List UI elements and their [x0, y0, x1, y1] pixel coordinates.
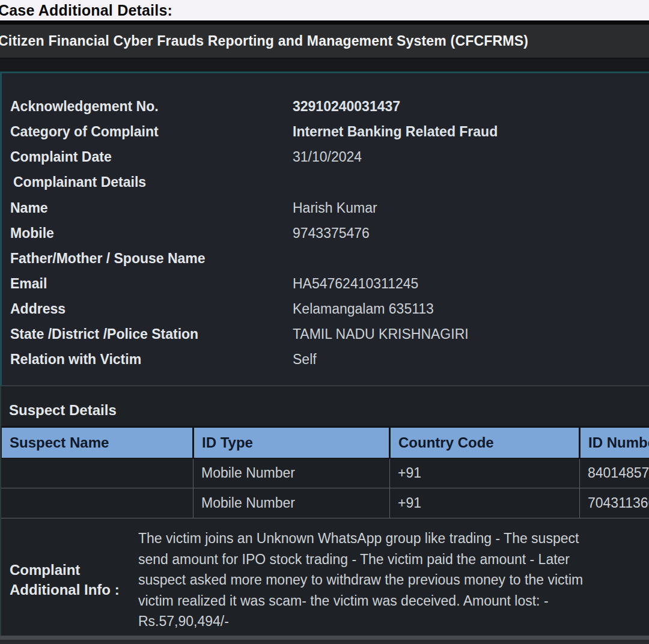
- field-row-father-mother-spouse-name: Father/Mother / Spouse Name: [10, 251, 649, 267]
- complaint-label-line2: Additional Info :: [10, 580, 138, 600]
- field-label: Name: [10, 200, 293, 216]
- field-label: Address: [10, 301, 293, 317]
- field-label: Mobile: [10, 225, 293, 242]
- field-label: Acknowledgement No.: [10, 99, 293, 115]
- top-divider: [0, 20, 649, 25]
- field-value: HA54762410311245: [293, 276, 418, 292]
- field-value: 32910240031437: [293, 99, 400, 115]
- field-row-complaint-date: Complaint Date 31/10/2024: [10, 149, 649, 165]
- complaint-text-line: send amount for IPO stock trading - The …: [138, 549, 649, 570]
- case-details-panel: Acknowledgement No. 32910240031437 Categ…: [0, 71, 649, 386]
- field-row-mobile: Mobile 9743375476: [10, 225, 649, 242]
- section-heading-complainant-details: Complainant Details: [10, 174, 649, 190]
- column-header-country-code: Country Code: [390, 427, 580, 458]
- suspect-table-wrapper: Suspect Name ID Type Country Code ID Num…: [0, 426, 649, 518]
- complaint-additional-info-block: Complaint Additional Info : The victim j…: [0, 528, 649, 632]
- table-row: Mobile Number +91 8401485744: [1, 458, 649, 488]
- complaint-text-line: Rs.57,90,494/-: [138, 611, 649, 632]
- field-row-category-of-complaint: Category of Complaint Internet Banking R…: [10, 124, 649, 140]
- page-title-bar: Case Additional Details:: [0, 0, 649, 20]
- field-value: Self: [293, 351, 317, 368]
- field-label: Complaint Date: [10, 149, 293, 165]
- complaint-additional-info-label: Complaint Additional Info :: [0, 560, 138, 600]
- field-label: Relation with Victim: [10, 351, 293, 368]
- field-value: Internet Banking Related Fraud: [293, 124, 498, 140]
- field-label: Email: [10, 276, 293, 292]
- field-value: Harish Kumar: [293, 200, 377, 216]
- bottom-edge-strip: [0, 640, 649, 644]
- cell-suspect-name: [1, 458, 193, 488]
- cell-country-code: +91: [390, 458, 580, 488]
- system-header-bar: Citizen Financial Cyber Frauds Reporting…: [0, 25, 649, 59]
- field-value: TAMIL NADU KRISHNAGIRI: [293, 326, 469, 342]
- cell-suspect-name: [1, 488, 193, 518]
- field-row-email: Email HA54762410311245: [10, 276, 649, 292]
- field-row-acknowledgement-no: Acknowledgement No. 32910240031437: [10, 99, 649, 115]
- field-label: State /District /Police Station: [10, 326, 293, 342]
- cell-id-type: Mobile Number: [193, 488, 390, 518]
- section-heading-suspect-details: Suspect Details: [0, 403, 649, 418]
- left-border-line: [0, 386, 1, 644]
- complaint-label-line1: Complaint: [10, 560, 138, 580]
- system-header-title: Citizen Financial Cyber Frauds Reporting…: [0, 33, 528, 49]
- column-header-id-type: ID Type: [193, 427, 390, 458]
- field-row-state-district-police-station: State /District /Police Station TAMIL NA…: [10, 326, 649, 342]
- field-row-relation-with-victim: Relation with Victim Self: [10, 351, 649, 368]
- complaint-text-line: The victim joins an Unknown WhatsApp gro…: [138, 528, 649, 549]
- table-row: Mobile Number +91 704311360: [1, 488, 649, 518]
- cell-id-number: 8401485744: [580, 458, 649, 488]
- field-label: Category of Complaint: [10, 124, 293, 140]
- column-header-id-number: ID Number: [580, 427, 649, 458]
- table-header-row: Suspect Name ID Type Country Code ID Num…: [1, 427, 649, 458]
- bottom-divider-bar: [0, 636, 649, 640]
- cell-id-type: Mobile Number: [193, 458, 390, 488]
- complaint-text-line: victim realized it was scam- the victim …: [138, 591, 649, 612]
- field-value: 31/10/2024: [293, 149, 362, 165]
- field-value: 9743375476: [293, 225, 370, 242]
- page-title: Case Additional Details:: [0, 2, 172, 19]
- column-header-suspect-name: Suspect Name: [1, 427, 193, 458]
- suspect-table: Suspect Name ID Type Country Code ID Num…: [0, 426, 649, 518]
- field-row-name: Name Harish Kumar: [10, 200, 649, 216]
- cell-country-code: +91: [390, 488, 580, 518]
- suspect-and-complaint-section: Suspect Details Suspect Name ID Type Cou…: [0, 386, 649, 644]
- field-label: Father/Mother / Spouse Name: [10, 251, 293, 267]
- complaint-text-line: suspect asked more money to withdraw the…: [138, 570, 649, 591]
- field-value: Kelamangalam 635113: [293, 301, 434, 317]
- complaint-additional-info-text: The victim joins an Unknown WhatsApp gro…: [138, 528, 649, 632]
- cell-id-number: 704311360: [580, 488, 649, 518]
- field-row-address: Address Kelamangalam 635113: [10, 301, 649, 317]
